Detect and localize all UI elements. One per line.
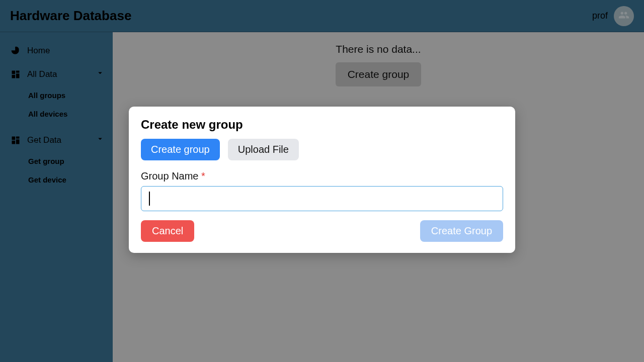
modal-title: Create new group <box>141 118 503 132</box>
label-text: Group Name <box>141 170 199 182</box>
tab-create-group[interactable]: Create group <box>141 139 220 160</box>
group-name-input[interactable] <box>141 186 503 211</box>
group-name-label: Group Name * <box>141 170 503 182</box>
modal-tabs: Create group Upload File <box>141 139 503 160</box>
create-group-modal: Create new group Create group Upload Fil… <box>129 107 515 253</box>
tab-upload-file[interactable]: Upload File <box>228 139 299 160</box>
create-group-submit-button[interactable]: Create Group <box>420 220 503 242</box>
required-mark: * <box>201 170 205 182</box>
cancel-button[interactable]: Cancel <box>141 220 194 242</box>
modal-actions: Cancel Create Group <box>141 220 503 242</box>
